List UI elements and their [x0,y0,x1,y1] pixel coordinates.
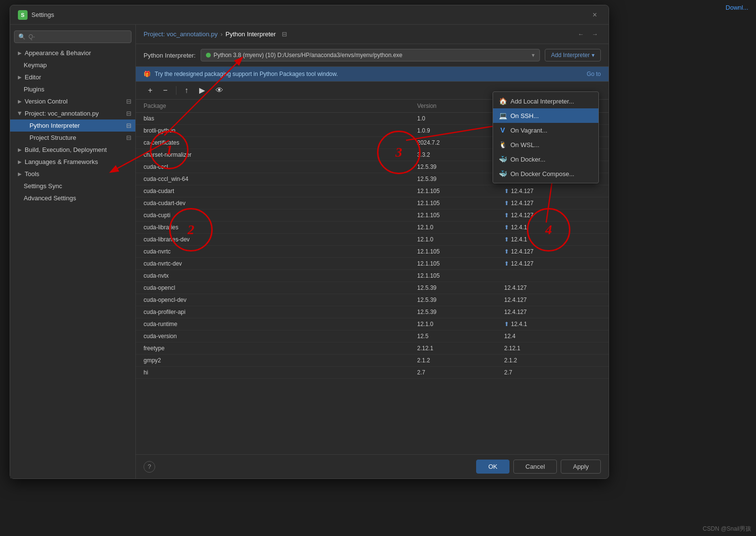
interpreter-icon: ⊟ [126,122,131,129]
sidebar-item-label: Languages & Frameworks [25,158,98,165]
table-row[interactable]: cuda-version 12.5 12.4 [136,330,609,342]
table-row[interactable]: cuda-runtime 12.1.0 ⬆12.4.1 [136,318,609,330]
search-input[interactable] [29,33,127,40]
sidebar-item-label: Advanced Settings [24,194,76,202]
dropdown-item-on-wsl[interactable]: 🐧 On WSL... [493,137,598,152]
top-right-label[interactable]: Downl... [718,0,756,15]
forward-button[interactable]: → [589,30,601,39]
sidebar-item-label: Python Interpreter [29,122,80,129]
close-button[interactable]: × [589,10,601,20]
sidebar-item-build[interactable]: ▶ Build, Execution, Deployment [10,144,135,156]
pkg-version: 12.5.39 [417,176,504,182]
pkg-latest: ⬆12.4.127 [504,212,601,219]
show-all-button[interactable]: 👁 [211,85,228,96]
pkg-version: 2024.7.2 [417,139,504,146]
table-row[interactable]: hi 2.7 2.7 [136,367,609,379]
expand-arrow: ▶ [18,147,22,152]
pkg-version: 12.5 [417,333,504,340]
pkg-name: cuda-libraries [144,224,417,231]
dropdown-item-on-ssh[interactable]: 💻 On SSH... [493,108,598,123]
sidebar-item-advanced[interactable]: Advanced Settings [10,192,135,204]
sidebar-item-python-interpreter[interactable]: Python Interpreter ⊟ [10,119,135,132]
table-row[interactable]: cuda-opencl 12.5.39 12.4.127 [136,282,609,294]
add-interpreter-button[interactable]: Add Interpreter ▾ [545,49,601,61]
docker-icon: 🐳 [499,155,507,163]
sidebar-item-languages[interactable]: ▶ Languages & Frameworks [10,156,135,168]
table-row[interactable]: cuda-cudart 12.1.105 ⬆12.4.127 [136,185,609,197]
info-message: Try the redesigned packaging support in … [155,71,338,77]
pkg-version: 12.5.39 [417,284,504,291]
table-row[interactable]: cuda-nvrtc-dev 12.1.105 ⬆12.4.127 [136,258,609,270]
expand-arrow: ▶ [18,74,22,80]
sidebar-item-label: Project: voc_annotation.py [25,110,99,117]
pkg-latest [504,272,601,279]
gift-icon: 🎁 [144,71,151,77]
breadcrumb-sep: › [220,30,222,38]
table-row[interactable]: cuda-opencl-dev 12.5.39 12.4.127 [136,294,609,306]
pkg-version: 3.3.2 [417,151,504,158]
sidebar-item-label: Appearance & Behavior [25,49,91,57]
pkg-name: cuda-nvrtc [144,248,417,255]
goto-button[interactable]: Go to [587,71,601,77]
sidebar-item-project[interactable]: ▶ Project: voc_annotation.py ⊟ [10,107,135,119]
pkg-version: 2.12.1 [417,345,504,352]
table-row[interactable]: freetype 2.12.1 2.12.1 [136,342,609,355]
pkg-name: cuda-version [144,333,417,340]
table-row[interactable]: cuda-profiler-api 12.5.39 12.4.127 [136,306,609,318]
table-row[interactable]: cuda-cudart-dev 12.1.105 ⬆12.4.127 [136,197,609,209]
pkg-version: 12.1.105 [417,212,504,219]
sidebar-item-settings-sync[interactable]: Settings Sync [10,180,135,192]
docker-compose-icon: 🐳 [499,170,507,178]
dropdown-item-on-docker[interactable]: 🐳 On Docker... [493,152,598,166]
sidebar: 🔍 ▶ Appearance & Behavior Keymap ▶ Edito… [10,25,136,478]
sidebar-item-tools[interactable]: ▶ Tools [10,168,135,180]
pin-icon[interactable]: ⊟ [282,30,287,38]
table-row[interactable]: cuda-nvtx 12.1.105 [136,270,609,282]
pkg-latest: ⬆12.4.127 [504,260,601,267]
pkg-version: 12.1.105 [417,248,504,255]
title-bar: S Settings × [10,5,609,25]
pkg-version: 12.5.39 [417,309,504,315]
pkg-version: 1.0.9 [417,127,504,134]
version-control-icon: ⊟ [126,98,131,105]
dropdown-item-on-vagrant[interactable]: V On Vagrant... [493,123,598,137]
apply-button[interactable]: Apply [561,460,601,474]
add-interpreter-dropdown: 🏠 Add Local Interpreter... 💻 On SSH... V… [493,91,599,183]
table-row[interactable]: cuda-nvrtc 12.1.105 ⬆12.4.127 [136,246,609,258]
settings-dialog: S Settings × 🔍 ▶ Appearance & Behavior K… [10,5,609,479]
dialog-footer: ? OK Cancel Apply [136,454,609,478]
table-row[interactable]: gmpy2 2.1.2 2.1.2 [136,355,609,367]
back-button[interactable]: ← [575,30,587,39]
expand-arrow: ▶ [18,99,22,104]
table-row[interactable]: cuda-libraries 12.1.0 ⬆12.4.1 [136,222,609,234]
project-icon: ⊟ [126,110,131,117]
table-row[interactable]: cuda-libraries-dev 12.1.0 ⬆12.4.1 [136,234,609,246]
dropdown-item-add-local[interactable]: 🏠 Add Local Interpreter... [493,94,598,108]
remove-package-button[interactable]: − [159,85,172,96]
upload-button[interactable]: ↑ [180,85,193,96]
dropdown-label: Add Local Interpreter... [510,98,574,105]
run-button[interactable]: ▶ [195,85,209,96]
pkg-version: 12.1.0 [417,321,504,328]
help-button[interactable]: ? [144,461,155,473]
breadcrumb-project[interactable]: Project: voc_annotation.py [144,30,218,38]
sidebar-item-plugins[interactable]: Plugins [10,83,135,95]
pkg-version: 1.0 [417,115,504,122]
sidebar-item-version-control[interactable]: ▶ Version Control ⊟ [10,95,135,107]
interpreter-select[interactable]: Python 3.8 (myenv) (10) D:/Users/HP/anac… [201,49,540,61]
pkg-name: brotli-python [144,127,417,134]
ok-button[interactable]: OK [476,460,509,474]
sidebar-item-keymap[interactable]: Keymap [10,59,135,71]
pkg-name: ca-certificates [144,139,417,146]
interpreter-label: Python Interpreter: [144,52,196,59]
cancel-button[interactable]: Cancel [513,460,557,474]
pkg-name: hi [144,369,417,376]
add-package-button[interactable]: + [144,85,157,96]
pkg-latest: ⬆12.4.1 [504,224,601,231]
search-box[interactable]: 🔍 [14,30,131,43]
table-row[interactable]: cuda-cupti 12.1.105 ⬆12.4.127 [136,209,609,222]
sidebar-item-project-structure[interactable]: Project Structure ⊟ [10,132,135,144]
sidebar-item-appearance[interactable]: ▶ Appearance & Behavior [10,47,135,59]
dropdown-item-on-docker-compose[interactable]: 🐳 On Docker Compose... [493,166,598,181]
sidebar-item-editor[interactable]: ▶ Editor [10,71,135,83]
